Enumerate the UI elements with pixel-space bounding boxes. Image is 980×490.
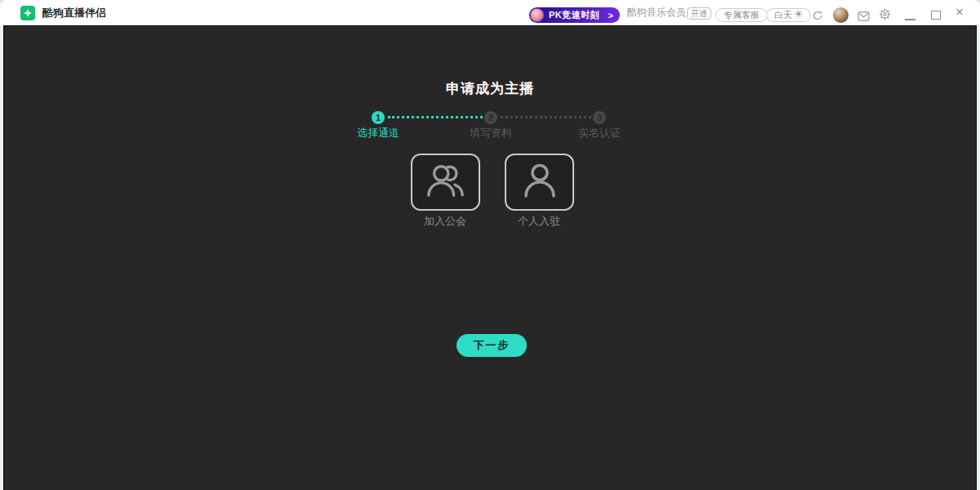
pk-avatar	[530, 8, 544, 22]
step-circle-3: 3	[593, 111, 606, 124]
step-circle-1: 1	[372, 111, 385, 124]
option-card-individual[interactable]	[505, 154, 574, 211]
mail-icon[interactable]	[858, 10, 870, 24]
app-window: 酷狗直播伴侣 PK竞速时刻 > 酷狗音乐会员 开通 专属客服 白天 ×	[0, 0, 980, 490]
pk-arrow-icon: >	[608, 11, 613, 20]
theme-toggle[interactable]: 白天	[766, 8, 811, 22]
pk-label: PK竞速时刻	[549, 9, 599, 21]
step-connector-1	[388, 116, 483, 118]
app-title: 酷狗直播伴侣	[42, 0, 106, 25]
sun-icon	[795, 9, 803, 21]
wizard-title: 申请成为主播	[4, 79, 976, 98]
activate-member-button[interactable]: 开通	[687, 7, 711, 20]
support-button[interactable]: 专属客服	[715, 8, 768, 22]
theme-label: 白天	[774, 9, 792, 21]
member-label: 酷狗音乐会员	[627, 0, 686, 25]
person-icon	[521, 162, 559, 203]
close-button[interactable]: ×	[951, 0, 969, 25]
step-label-fill-info: 填写资料	[442, 126, 540, 140]
titlebar: 酷狗直播伴侣 PK竞速时刻 > 酷狗音乐会员 开通 专属客服 白天 ×	[0, 0, 980, 25]
option-card-join-guild[interactable]	[411, 154, 480, 211]
step-circle-2: 2	[484, 111, 497, 124]
step-label-select-channel: 选择通道	[329, 126, 427, 140]
option-label-individual: 个人入驻	[490, 214, 588, 229]
user-avatar[interactable]	[833, 7, 849, 23]
settings-gear-icon[interactable]	[879, 8, 891, 24]
minimize-button[interactable]	[905, 19, 915, 20]
option-label-join-guild: 加入公会	[396, 214, 494, 229]
next-button[interactable]: 下一步	[457, 334, 527, 357]
pk-race-button[interactable]: PK竞速时刻 >	[529, 7, 620, 23]
group-icon	[426, 162, 466, 203]
step-label-real-name: 实名认证	[550, 126, 648, 140]
step-connector-2	[501, 116, 591, 118]
refresh-icon[interactable]	[812, 10, 823, 24]
main-content: 申请成为主播 1 2 3 选择通道 填写资料 实名认证	[3, 25, 977, 490]
app-logo-icon	[20, 6, 35, 20]
maximize-button[interactable]	[931, 11, 941, 20]
